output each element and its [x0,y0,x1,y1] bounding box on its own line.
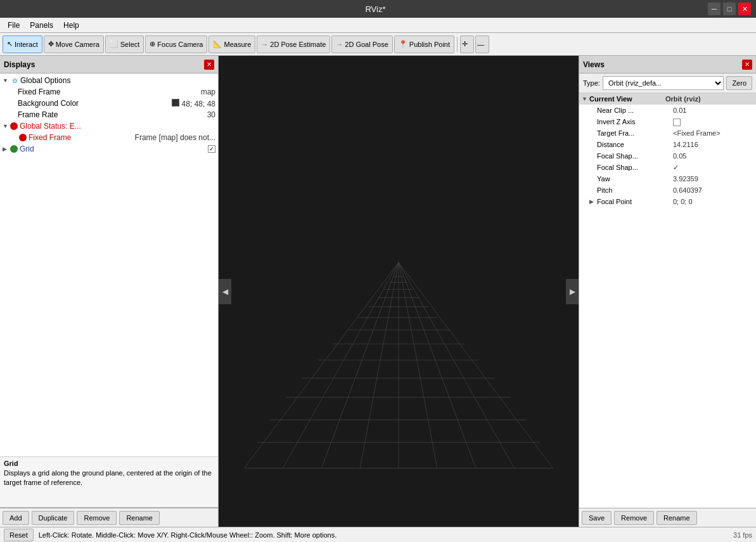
toolbar-separator [457,37,458,52]
yaw-item[interactable]: Yaw 3.92359 [579,173,756,184]
views-zero-button[interactable]: Zero [726,76,752,90]
rename-button[interactable]: Rename [119,511,160,525]
statusbar-text: Left-Click: Rotate. Middle-Click: Move X… [39,531,728,539]
current-view-header[interactable]: ▼ Current View Orbit (rviz) [579,93,756,105]
measure-label: Measure [224,41,251,48]
fixed-frame-error-label: Fixed Frame [29,133,135,142]
invert-z-value [673,117,753,126]
statusbar: Reset Left-Click: Rotate. Middle-Click: … [0,527,756,542]
fixed-frame-value: map [201,87,215,96]
add-button[interactable]: Add [3,511,29,525]
grid-label: Grid [20,145,208,153]
toolbar: ↖ Interact ✥ Move Camera ⬜ Select ⊕ Focu… [0,33,756,56]
near-clip-value: 0.01 [673,106,753,114]
measure-icon: 📐 [213,40,222,48]
frame-rate-value: 30 [207,110,215,119]
interact-button[interactable]: ↖ Interact [3,35,42,53]
focal-shape1-value: 0.05 [673,152,753,160]
focal-shape2-label: Focal Shap... [597,164,673,171]
select-button[interactable]: ⬜ Select [105,35,144,53]
menu-help[interactable]: Help [58,20,84,31]
fixed-frame-error-item[interactable]: Fixed Frame Frame [map] does not... [0,132,218,143]
focal-point-value: 0; 0; 0 [673,198,753,205]
views-type-select[interactable]: Orbit (rviz_defa... [603,76,724,90]
distance-item[interactable]: Distance 14.2116 [579,139,756,150]
focus-camera-button[interactable]: ⊕ Focus Camera [145,35,207,53]
pitch-value: 0.640397 [673,186,753,194]
background-color-item[interactable]: Background Color 48; 48; 48 [0,98,218,109]
near-clip-item[interactable]: Near Clip ... 0.01 [579,105,756,116]
displays-close-button[interactable]: ✕ [204,60,214,70]
titlebar-title: RViz* [43,4,708,14]
grid-checkbox[interactable]: ✓ [208,145,215,153]
global-options-item[interactable]: ▼ ⚙ Global Options [0,75,218,86]
target-frame-item[interactable]: Target Fra... <Fixed Frame> [579,127,756,139]
statusbar-fps: 31 fps [733,531,752,539]
menu-panels[interactable]: Panels [25,20,58,31]
interact-label: Interact [15,41,38,48]
displays-title: Displays [4,60,35,69]
extra-icon: — [477,41,484,48]
viewport[interactable]: ◀ ▶ [219,56,579,527]
target-frame-value: <Fixed Frame> [673,129,753,137]
move-camera-button[interactable]: ✥ Move Camera [44,35,104,53]
pose-estimate-icon: → [261,41,268,48]
duplicate-button[interactable]: Duplicate [32,511,75,525]
displays-tree[interactable]: ▼ ⚙ Global Options Fixed Frame map Backg… [0,74,218,457]
views-type-row: Type: Orbit (rviz_defa... Zero [579,74,756,93]
reset-button[interactable]: Reset [4,529,34,541]
background-color-label: Background Color [18,99,172,108]
pitch-item[interactable]: Pitch 0.640397 [579,184,756,196]
global-status-item[interactable]: ▼ Global Status: E... [0,120,218,132]
bg-color-swatch [172,99,179,106]
focal-point-item[interactable]: ▶ Focal Point 0; 0; 0 [579,196,756,207]
grid-item[interactable]: ▶ Grid ✓ [0,143,218,155]
select-label: Select [120,41,140,48]
goal-pose-button[interactable]: → 2D Goal Pose [331,35,392,53]
current-view-value: Orbit (rviz) [665,95,753,103]
views-close-button[interactable]: ✕ [742,60,752,70]
extra-button[interactable]: — [475,35,489,53]
focal-point-expander: ▶ [589,198,597,205]
distance-label: Distance [597,141,673,148]
measure-button[interactable]: 📐 Measure [208,35,255,53]
menu-file[interactable]: File [3,20,25,31]
pose-estimate-button[interactable]: → 2D Pose Estimate [257,35,330,53]
global-status-expander: ▼ [3,123,10,129]
invert-z-checkbox[interactable] [673,119,681,126]
interact-icon: ↖ [7,40,13,48]
maximize-button[interactable]: □ [723,3,736,15]
right-panel: Views ✕ Type: Orbit (rviz_defa... Zero ▼… [579,56,756,527]
fixed-frame-error-value: Frame [map] does not... [135,133,215,142]
displays-bottom-buttons: Add Duplicate Remove Rename [0,508,218,527]
select-icon: ⬜ [110,40,119,48]
views-remove-button[interactable]: Remove [614,511,654,525]
viewport-left-arrow[interactable]: ◀ [219,279,231,304]
focus-camera-icon: ⊕ [150,40,155,48]
focal-shape1-label: Focal Shap... [597,152,673,160]
displays-header: Displays ✕ [0,56,218,74]
publish-point-button[interactable]: 📍 Publish Point [394,35,454,53]
distance-value: 14.2116 [673,141,753,148]
views-save-button[interactable]: Save [582,511,612,525]
views-title: Views [583,60,605,69]
invert-z-item[interactable]: Invert Z Axis [579,116,756,127]
remove-button[interactable]: Remove [77,511,117,525]
add-item-button[interactable]: ✛ [460,35,474,53]
publish-point-icon: 📍 [399,40,407,48]
grid-expander: ▶ [3,146,10,152]
focal-shape2-item[interactable]: Focal Shap... ✓ [579,162,756,173]
fixed-frame-item[interactable]: Fixed Frame map [0,86,218,98]
grid-ok-icon [10,145,18,153]
viewport-right-arrow[interactable]: ▶ [566,279,579,304]
pose-estimate-label: 2D Pose Estimate [270,41,326,48]
minimize-button[interactable]: ─ [708,3,721,15]
focal-shape2-value: ✓ [673,164,753,172]
views-rename-button[interactable]: Rename [657,511,697,525]
focal-shape1-item[interactable]: Focal Shap... 0.05 [579,150,756,162]
close-button[interactable]: ✕ [738,3,751,15]
global-options-label: Global Options [20,76,215,85]
goal-pose-label: 2D Goal Pose [345,41,388,48]
frame-rate-item[interactable]: Frame Rate 30 [0,109,218,120]
description-text: Displays a grid along the ground plane, … [4,468,214,488]
